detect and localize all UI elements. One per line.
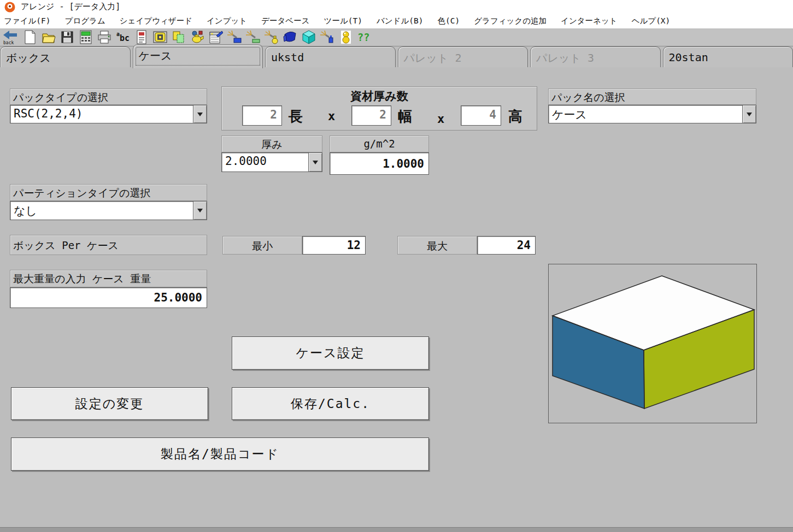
menu-internet[interactable]: インターネット <box>561 16 618 26</box>
save-icon[interactable] <box>60 29 75 45</box>
blue-solid-icon[interactable] <box>283 29 298 45</box>
beads-icon[interactable] <box>338 29 354 45</box>
menu-shape-wizard[interactable]: シェイプウィザード <box>120 16 192 26</box>
paint-box-icon[interactable] <box>227 29 242 45</box>
thickness-value: 2.0000 <box>222 153 308 172</box>
pack-type-select[interactable]: RSC(2,2,4) <box>10 105 207 123</box>
window-title: アレンジ - [データ入力] <box>21 2 120 12</box>
title-bar: アレンジ - [データ入力] <box>0 0 793 14</box>
pack-name-value: ケース <box>549 105 742 123</box>
material-multiply-2: x <box>437 112 444 126</box>
report-icon[interactable] <box>134 29 149 45</box>
material-length-unit: 長 <box>289 107 303 126</box>
form-edit-icon[interactable] <box>208 29 224 45</box>
menu-file[interactable]: ファイル(F) <box>4 16 51 26</box>
print-icon[interactable] <box>97 29 112 45</box>
menu-program[interactable]: プログラム <box>65 16 105 26</box>
partition-type-dropdown-icon[interactable] <box>193 202 207 220</box>
save-calc-button[interactable]: 保存/Calc. <box>232 387 429 420</box>
thickness-select[interactable]: 2.0000 <box>221 152 322 172</box>
case-settings-button[interactable]: ケース設定 <box>232 336 429 370</box>
menu-add-graphic[interactable]: グラフィックの追加 <box>474 16 547 26</box>
thickness-dropdown-icon[interactable] <box>308 153 322 172</box>
tab-pallet-3[interactable]: パレット 3 <box>530 46 661 67</box>
change-settings-button[interactable]: 設定の変更 <box>11 387 208 420</box>
svg-text:bc: bc <box>120 33 130 43</box>
thickness-label: 厚み <box>221 135 322 152</box>
calculator-icon[interactable] <box>78 29 93 45</box>
svg-text:back: back <box>3 40 14 45</box>
tab-ukstd[interactable]: ukstd <box>265 46 396 67</box>
window-bottom-edge <box>0 527 793 532</box>
menu-bundle[interactable]: バンドル(B) <box>377 16 424 26</box>
max-input[interactable]: 24 <box>477 236 536 255</box>
svg-text:??: ?? <box>357 32 369 43</box>
menu-database[interactable]: データベース <box>261 16 309 26</box>
cyan-cube-icon[interactable] <box>301 29 316 45</box>
partition-type-select[interactable]: なし <box>10 201 207 220</box>
min-input[interactable]: 12 <box>302 236 366 255</box>
min-label: 最小 <box>222 236 302 255</box>
box-view-icon[interactable] <box>152 29 168 45</box>
partition-type-label: パーティションタイプの選択 <box>10 184 207 201</box>
tab-20stan[interactable]: 20stan <box>663 46 793 67</box>
gsm-label: g/m^2 <box>330 135 429 152</box>
material-thickness-title: 資材厚み数 <box>222 87 537 104</box>
paint-flask-icon[interactable] <box>320 29 335 45</box>
pack-type-dropdown-icon[interactable] <box>193 105 207 123</box>
copy-pages-icon[interactable] <box>171 29 186 45</box>
box-per-case-label: ボックス Per ケース <box>10 235 207 255</box>
back-icon[interactable]: back <box>2 29 19 45</box>
new-document-icon[interactable] <box>22 29 38 45</box>
material-width-input[interactable]: 2 <box>351 105 391 126</box>
tab-bar: ボックス ケース ukstd パレット 2 パレット 3 20stan <box>0 46 793 67</box>
toolbar: back <box>0 28 793 46</box>
menu-color[interactable]: 色(C) <box>437 16 460 26</box>
paint-bottle-icon[interactable] <box>264 29 279 45</box>
gsm-input[interactable]: 1.0000 <box>330 152 429 175</box>
material-multiply-1: x <box>328 109 335 123</box>
tab-box[interactable]: ボックス <box>0 46 131 67</box>
box-3d-graphic <box>549 264 756 423</box>
pack-name-dropdown-icon[interactable] <box>742 105 756 123</box>
pack-name-label: パック名の選択 <box>548 88 756 105</box>
paint-tray-icon[interactable] <box>245 29 261 45</box>
menu-tools[interactable]: ツール(T) <box>324 16 362 26</box>
app-window: アレンジ - [データ入力] ファイル(F) プログラム シェイプウィザード イ… <box>0 0 793 532</box>
pack-type-label: パックタイプの選択 <box>10 88 207 105</box>
box-preview-panel <box>548 264 757 423</box>
max-label: 最大 <box>397 236 477 255</box>
material-height-unit: 高 <box>508 107 522 126</box>
help-icon[interactable]: ?? <box>357 29 372 45</box>
material-height-input[interactable]: 4 <box>461 105 501 126</box>
app-logo-icon <box>4 2 15 13</box>
pack-type-value: RSC(2,2,4) <box>10 105 193 123</box>
tab-case[interactable]: ケース <box>133 44 263 68</box>
menu-help[interactable]: ヘルプ(X) <box>632 16 671 26</box>
partition-type-value: なし <box>10 202 193 220</box>
product-name-code-button[interactable]: 製品名/製品コード <box>11 438 429 471</box>
tab-pallet-2[interactable]: パレット 2 <box>398 46 528 67</box>
menu-bar: ファイル(F) プログラム シェイプウィザード インプット データベース ツール… <box>0 14 793 28</box>
material-width-unit: 幅 <box>398 107 412 126</box>
pack-name-select[interactable]: ケース <box>548 105 756 123</box>
material-length-input[interactable]: 2 <box>242 105 282 126</box>
objects-group-icon[interactable] <box>190 29 205 45</box>
max-weight-input[interactable]: 25.0000 <box>10 287 207 308</box>
menu-input[interactable]: インプット <box>207 16 247 26</box>
open-folder-icon[interactable] <box>41 29 56 45</box>
spell-check-icon[interactable]: a bc <box>115 29 131 45</box>
max-weight-label: 最大重量の入力 ケース 重量 <box>10 270 207 287</box>
